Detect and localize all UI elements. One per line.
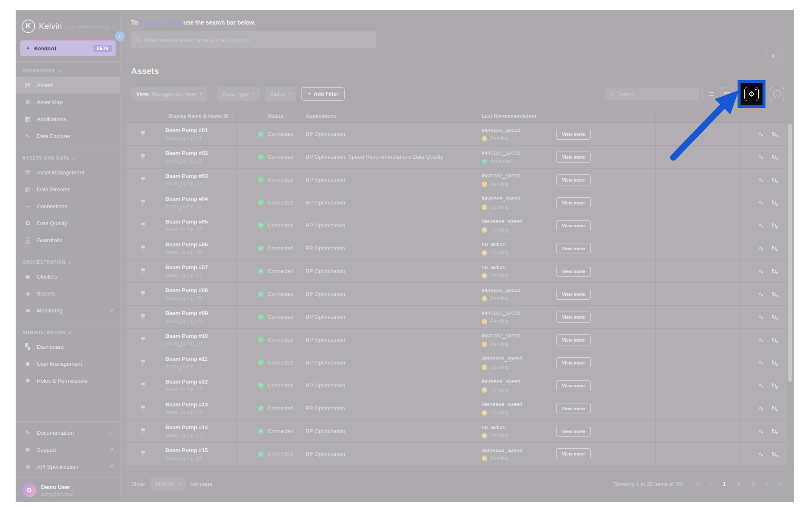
pin-icon[interactable] [140,246,145,251]
sidebar-item[interactable]: ◉ Clusters [16,268,120,285]
collapse-search-section-button[interactable]: ∧ [764,47,782,65]
recommendations-icon[interactable]: ↻ [771,199,777,206]
data-explorer-icon[interactable]: ∿ [758,337,764,343]
previous-page-button[interactable]: ‹ [710,481,711,487]
sidebar-item[interactable]: ∿ Data Explorer [16,127,120,144]
table-scrollbar[interactable] [788,124,792,382]
sidebar-item[interactable]: ◈ Secrets [16,285,120,302]
next-page-button[interactable]: › [766,481,767,487]
asset-name-cell[interactable]: Beam Pump #11 beam_pump_11 [165,351,236,374]
data-explorer-icon[interactable]: ∿ [758,222,764,229]
pin-icon[interactable] [140,177,145,183]
recommendations-icon[interactable]: ↻ [771,405,777,411]
table-search-input[interactable] [617,91,695,97]
data-explorer-icon[interactable]: ∿ [758,291,764,297]
recommendations-icon[interactable]: ↻ [771,268,777,274]
view-more-button[interactable]: View more [556,197,591,208]
sort-icon[interactable]: ↓↑ [231,114,233,119]
pin-icon[interactable] [140,131,145,137]
user-profile[interactable]: D Demo User demo@kelvin.ai [16,478,120,502]
asset-name-cell[interactable]: Beam Pump #06 beam_pump_06 [165,237,236,260]
page-number[interactable]: 2 [737,481,740,487]
pin-icon[interactable] [140,268,145,274]
recommendations-icon[interactable]: ↻ [771,314,777,320]
recommendations-icon[interactable]: ↻ [771,451,777,457]
view-more-button[interactable]: View more [556,334,591,345]
sidebar-item[interactable]: ∾ Connections [16,198,120,215]
name-column-header[interactable]: Display Name & Name ID ↓↑ [165,110,236,122]
pin-icon[interactable] [140,451,145,457]
recommendations-icon[interactable]: ↻ [771,245,777,251]
pin-icon[interactable] [140,200,145,206]
sidebar-item[interactable]: ▤ Assets [16,77,120,94]
pin-icon[interactable] [140,360,145,366]
asset-name-cell[interactable]: Beam Pump #13 beam_pump_13 [165,397,236,420]
sidebar-footer-item[interactable]: ☸ Support ↗ [16,441,120,458]
view-more-button[interactable]: View more [556,380,591,391]
sidebar-item[interactable]: ≋ Monitoring ↗ [16,302,120,319]
sidebar-item[interactable]: ▦ Applications [16,110,120,127]
sidebar-item[interactable]: ☻ User Management [16,355,120,372]
asset-name-cell[interactable]: Beam Pump #01 beam_pump_01 [165,123,236,145]
pin-icon[interactable] [140,337,145,343]
sidebar-item[interactable]: ⊕ Asset Map [16,94,120,110]
last-page-button[interactable]: » [779,481,782,487]
recommendations-icon[interactable]: ↻ [771,382,777,389]
view-more-button[interactable]: View more [556,220,591,231]
asset-name-cell[interactable]: Beam Pump #14 beam_pump_14 [165,420,236,442]
sidebar-section-header[interactable]: OPERATIONS ∨ [16,66,120,77]
page-number[interactable]: 1 [723,481,726,487]
sidebar-item[interactable]: ▒ Guardrails [16,232,120,248]
asset-name-cell[interactable]: Beam Pump #12 beam_pump_12 [165,374,236,397]
asset-name-cell[interactable]: Beam Pump #05 beam_pump_05 [165,214,236,237]
sidebar-item[interactable]: ▚ Dashboard [16,338,120,355]
view-more-button[interactable]: View more [556,243,591,254]
pin-icon[interactable] [140,314,145,320]
data-explorer-icon[interactable]: ∿ [758,268,764,274]
pin-icon[interactable] [140,154,145,160]
recommendations-icon[interactable]: ↻ [771,177,777,183]
recommendations-icon[interactable]: ↻ [771,428,777,434]
pin-icon[interactable] [140,406,145,411]
sidebar-item[interactable]: ⚒ Asset Management [16,164,120,181]
find-your-asset-link[interactable]: find your asset [140,19,182,26]
asset-name-cell[interactable]: Beam Pump #09 beam_pump_09 [165,306,236,328]
data-explorer-icon[interactable]: ∿ [758,359,764,366]
sidebar-item[interactable]: ⚙ Data Quality [16,215,120,232]
data-explorer-icon[interactable]: ∿ [758,154,764,160]
pin-icon[interactable] [140,223,145,229]
asset-name-cell[interactable]: Beam Pump #03 beam_pump_03 [165,168,236,191]
sidebar-footer-item[interactable]: ⊛ API Specification ↗ [16,458,120,475]
sidebar-item[interactable]: ▥ Data Streams [16,181,120,198]
view-more-button[interactable]: View more [556,357,591,368]
view-toggle-compact-button[interactable] [706,88,717,99]
asset-name-cell[interactable]: Beam Pump #08 beam_pump_08 [165,283,236,305]
status-dropdown[interactable]: Status ▾ [265,87,296,101]
view-more-button[interactable]: View more [556,266,591,277]
view-dropdown[interactable]: View: Management View ▾ [131,87,207,101]
data-explorer-icon[interactable]: ∿ [758,199,764,206]
view-toggle-list-button[interactable] [721,88,733,100]
kelvinai-button[interactable]: ✦ KelvinAI BETA [20,40,116,56]
sidebar-section-header[interactable]: ASSETS AND DATA ∨ [16,153,120,164]
data-explorer-icon[interactable]: ∿ [758,428,764,434]
recommendations-icon[interactable]: ↻ [771,131,777,137]
asset-name-cell[interactable]: Beam Pump #10 beam_pump_10 [165,329,236,351]
add-filter-button[interactable]: + Add Filter [301,87,345,101]
view-more-button[interactable]: View more [556,426,591,437]
asset-name-cell[interactable]: Beam Pump #07 beam_pump_07 [165,260,236,282]
asset-name-cell[interactable]: Beam Pump #04 beam_pump_04 [165,191,236,214]
data-explorer-icon[interactable]: ∿ [758,314,764,320]
recommendations-icon[interactable]: ↻ [771,154,777,160]
view-more-button[interactable]: View more [556,129,591,140]
asset-search-input[interactable] [144,37,371,43]
data-explorer-icon[interactable]: ∿ [758,405,764,411]
data-explorer-icon[interactable]: ∿ [758,131,764,137]
pin-icon[interactable] [140,291,145,297]
sidebar-section-header[interactable]: ADMINISTRATION ∨ [16,328,120,338]
recommendations-icon[interactable]: ↻ [771,222,777,229]
recommendations-icon[interactable]: ↻ [771,291,777,297]
page-number[interactable]: 3 [752,481,754,487]
table-settings-button[interactable]: ⚙ ✦ [744,87,759,101]
asset-type-dropdown[interactable]: Asset Type ▾ [217,87,260,101]
